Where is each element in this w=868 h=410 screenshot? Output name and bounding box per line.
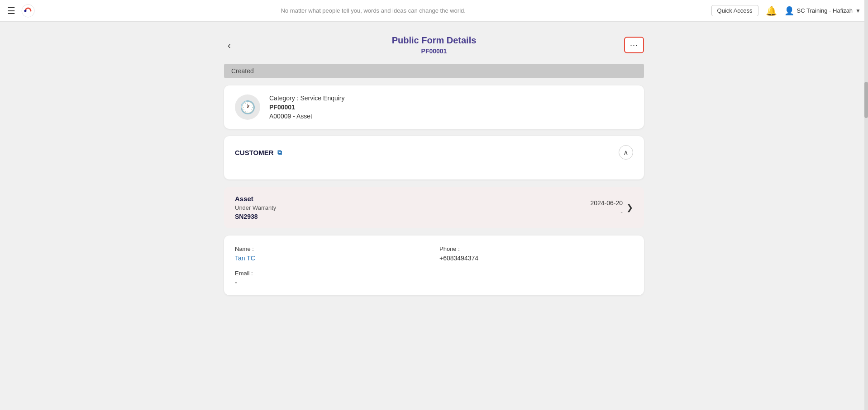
- chevron-down-icon: ▼: [855, 8, 861, 14]
- customer-content: [235, 160, 633, 170]
- asset-info-left: Asset Under Warranty SN2938: [235, 195, 276, 220]
- page-header: ‹ Public Form Details PF00001 ··· ←: [224, 35, 644, 55]
- name-field: Name : Tan TC: [235, 245, 429, 262]
- phone-label: Phone :: [439, 245, 460, 252]
- phone-value: +6083494374: [439, 254, 633, 262]
- form-info-card: 🕐 Category : Service Enquiry PF00001 A00…: [224, 85, 644, 129]
- nav-left: ☰: [7, 4, 35, 18]
- phone-field: Phone : +6083494374: [439, 245, 633, 262]
- scrollbar-thumb[interactable]: [864, 82, 868, 118]
- contact-grid: Name : Tan TC Phone : +6083494374 Email …: [235, 245, 633, 286]
- asset-date: 2024-06-20: [590, 199, 623, 207]
- app-logo: [21, 4, 35, 18]
- scrollbar-track[interactable]: [864, 0, 868, 410]
- clock-icon-wrapper: 🕐: [235, 94, 260, 120]
- status-label: Created: [231, 67, 254, 75]
- status-bar: Created: [224, 64, 644, 78]
- top-navigation: ☰ No matter what people tell you, words …: [0, 0, 868, 22]
- name-value: Tan TC: [235, 254, 429, 262]
- email-value: -: [235, 279, 633, 286]
- asset-warranty: Under Warranty: [235, 204, 276, 211]
- more-options-button[interactable]: ···: [624, 37, 644, 53]
- form-category: Category : Service Enquiry: [269, 94, 345, 102]
- hamburger-icon[interactable]: ☰: [7, 5, 15, 16]
- user-avatar-icon: 👤: [784, 6, 794, 16]
- customer-section-title: CUSTOMER ⧉: [235, 149, 282, 156]
- svg-point-1: [24, 9, 27, 12]
- asset-title: Asset: [235, 195, 276, 203]
- email-field: Email : -: [235, 269, 633, 286]
- form-asset: A00009 - Asset: [269, 113, 345, 120]
- name-label: Name :: [235, 245, 254, 252]
- nav-right: Quick Access 🔔 👤 SC Training - Hafizah ▼: [711, 5, 861, 16]
- asset-info-right: 2024-06-20 - ❯: [590, 199, 633, 216]
- form-info-text: Category : Service Enquiry PF00001 A0000…: [269, 94, 345, 120]
- tagline: No matter what people tell you, words an…: [35, 7, 711, 14]
- external-link-icon[interactable]: ⧉: [277, 149, 282, 156]
- user-name-label: SC Training - Hafizah: [797, 7, 853, 14]
- page-title: Public Form Details PF00001: [224, 35, 644, 55]
- asset-serial: SN2938: [235, 213, 276, 220]
- customer-section-header: CUSTOMER ⧉ ∧: [235, 145, 633, 160]
- contact-info-card: Name : Tan TC Phone : +6083494374 Email …: [224, 236, 644, 295]
- main-content: ‹ Public Form Details PF00001 ··· ← Crea…: [217, 22, 651, 316]
- quick-access-button[interactable]: Quick Access: [711, 5, 758, 16]
- notification-bell-icon[interactable]: 🔔: [766, 5, 777, 16]
- svg-point-0: [22, 5, 34, 17]
- email-label: Email :: [235, 270, 253, 277]
- clock-icon: 🕐: [240, 100, 256, 115]
- customer-section-card: CUSTOMER ⧉ ∧: [224, 136, 644, 179]
- asset-dash: -: [620, 208, 623, 216]
- form-id: PF00001: [269, 104, 345, 111]
- user-menu[interactable]: 👤 SC Training - Hafizah ▼: [784, 6, 861, 16]
- chevron-right-icon[interactable]: ❯: [626, 203, 633, 212]
- asset-card: Asset Under Warranty SN2938 2024-06-20 -…: [224, 187, 644, 228]
- collapse-button[interactable]: ∧: [619, 145, 633, 160]
- back-button[interactable]: ‹: [224, 38, 234, 52]
